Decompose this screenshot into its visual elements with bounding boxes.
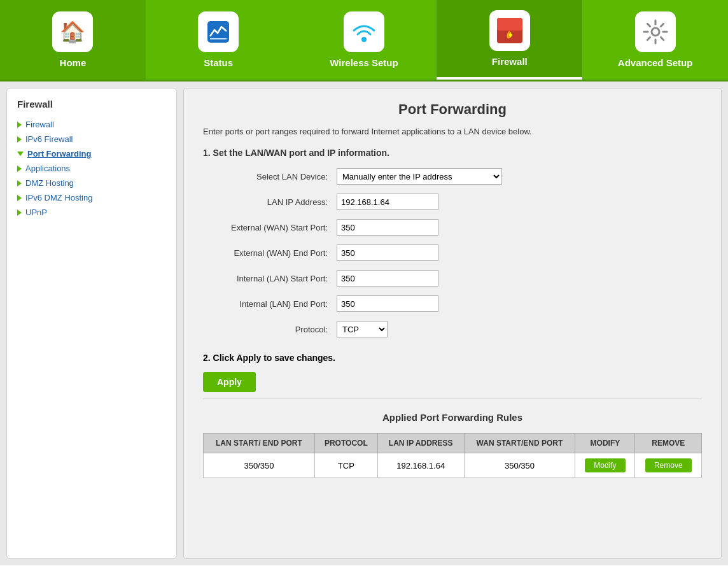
sidebar-item-firewall[interactable]: Firewall [17,117,166,132]
cell-wan-port: 350/350 [464,453,575,478]
home-icon: 🏠 [52,11,93,52]
lan-end-port-label: Internal (LAN) End Port: [203,299,337,309]
arrow-icon [17,180,22,187]
sidebar-item-ipv6-dmz-hosting[interactable]: IPv6 DMZ Hosting [17,190,166,205]
select-lan-device-row: Select LAN Device: Manually enter the IP… [203,168,702,185]
sidebar-label-ipv6-dmz-hosting: IPv6 DMZ Hosting [25,193,92,202]
svg-point-5 [652,28,659,36]
section1-heading: 1. Set the LAN/WAN port and IP informati… [203,148,702,158]
svg-rect-4 [497,18,522,31]
col-header-lan-port: LAN START/ END PORT [204,434,315,453]
sidebar-label-ipv6-firewall: IPv6 Firewall [25,134,73,144]
status-icon [198,11,239,52]
cell-lan-ip: 192.168.1.64 [377,453,464,478]
protocol-label: Protocol: [203,325,337,334]
nav-firewall[interactable]: Firewall [437,0,582,80]
section2-heading: 2. Click Apply to save changes. [203,353,702,363]
sidebar-label-dmz-hosting: DMZ Hosting [25,178,74,188]
col-header-protocol: PROTOCOL [314,434,377,453]
sidebar-label-firewall: Firewall [25,120,54,129]
lan-end-port-input[interactable] [337,295,438,312]
sidebar-label-port-forwarding: Port Forwarding [27,149,91,159]
sidebar-item-ipv6-firewall[interactable]: IPv6 Firewall [17,132,166,146]
wan-start-port-input[interactable] [337,219,438,236]
firewall-icon [489,10,530,51]
lan-end-port-row: Internal (LAN) End Port: [203,295,702,312]
arrow-icon [17,136,22,143]
page-description: Enter ports or port ranges required to f… [203,127,702,136]
arrow-icon [17,122,22,128]
nav-home[interactable]: 🏠 Home [0,0,146,80]
col-header-modify: MODIFY [575,434,635,453]
sidebar-item-applications[interactable]: Applications [17,161,166,176]
table-section-title: Applied Port Forwarding Rules [203,412,702,423]
nav-firewall-label: Firewall [492,56,528,67]
lan-ip-label: LAN IP Address: [203,197,337,207]
sidebar-item-dmz-hosting[interactable]: DMZ Hosting [17,176,166,190]
cell-remove: Remove [635,453,702,478]
main-layout: Firewall Firewall IPv6 Firewall Port For… [0,81,728,565]
lan-start-port-input[interactable] [337,270,438,287]
cell-protocol: TCP [314,453,377,478]
lan-ip-row: LAN IP Address: [203,194,702,210]
lan-start-port-label: Internal (LAN) Start Port: [203,274,337,283]
nav-home-label: Home [60,57,87,68]
port-forwarding-rules-table: LAN START/ END PORT PROTOCOL LAN IP ADDR… [203,433,702,478]
svg-point-2 [361,37,367,42]
wan-start-port-label: External (WAN) Start Port: [203,223,337,232]
arrow-icon [17,209,22,216]
col-header-remove: REMOVE [635,434,702,453]
sidebar-item-upnp[interactable]: UPnP [17,205,166,220]
cell-lan-port: 350/350 [204,453,315,478]
sidebar-label-upnp: UPnP [25,208,47,217]
sidebar: Firewall Firewall IPv6 Firewall Port For… [6,88,177,559]
main-content: Port Forwarding Enter ports or port rang… [183,88,722,559]
table-row: 350/350 TCP 192.168.1.64 350/350 Modify … [204,453,702,478]
wan-end-port-row: External (WAN) End Port: [203,244,702,261]
nav-advanced[interactable]: Advanced Setup [582,0,728,80]
sidebar-item-port-forwarding[interactable]: Port Forwarding [17,146,166,161]
remove-button[interactable]: Remove [645,458,692,472]
lan-ip-input[interactable] [337,194,438,210]
nav-wireless[interactable]: Wireless Setup [291,0,437,80]
wan-end-port-input[interactable] [337,244,438,261]
select-lan-device-label: Select LAN Device: [203,172,337,181]
advanced-icon [635,11,676,52]
nav-status-label: Status [204,57,233,68]
col-header-wan-port: WAN START/END PORT [464,434,575,453]
nav-status[interactable]: Status [146,0,291,80]
nav-advanced-label: Advanced Setup [618,57,693,68]
col-header-lan-ip: LAN IP ADDRESS [377,434,464,453]
wireless-icon [344,11,384,52]
divider [203,399,702,399]
protocol-select[interactable]: TCP UDP Both [337,321,388,337]
arrow-icon [17,166,22,172]
sidebar-label-applications: Applications [25,164,70,173]
top-nav: 🏠 Home Status Wireless Setup [0,0,728,81]
wan-start-port-row: External (WAN) Start Port: [203,219,702,236]
modify-button[interactable]: Modify [585,458,625,472]
sidebar-title: Firewall [17,99,166,110]
select-lan-device-input[interactable]: Manually enter the IP address [337,168,502,185]
nav-wireless-label: Wireless Setup [330,57,398,68]
arrow-icon [17,195,22,201]
wan-end-port-label: External (WAN) End Port: [203,248,337,258]
cell-modify: Modify [575,453,635,478]
protocol-row: Protocol: TCP UDP Both [203,321,702,337]
page-title: Port Forwarding [203,101,702,118]
apply-button[interactable]: Apply [203,372,256,392]
lan-start-port-row: Internal (LAN) Start Port: [203,270,702,287]
arrow-icon [17,152,24,156]
